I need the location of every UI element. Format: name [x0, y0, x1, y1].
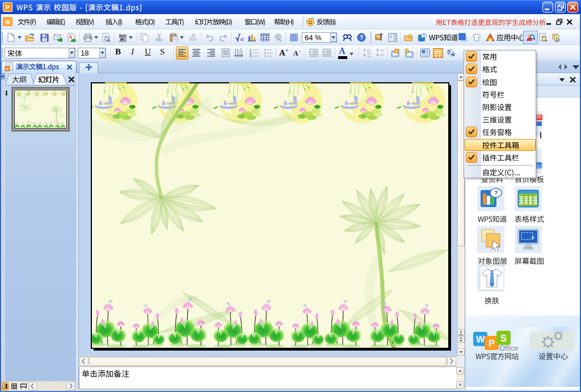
- svg-text:?: ?: [423, 34, 425, 38]
- svg-text:?: ?: [360, 35, 363, 41]
- svg-text:P: P: [6, 68, 9, 71]
- svg-text:α: α: [241, 36, 244, 42]
- svg-text:3: 3: [250, 54, 251, 57]
- svg-text:P: P: [6, 4, 10, 11]
- svg-text:P: P: [489, 339, 495, 348]
- svg-text:W: W: [5, 19, 10, 25]
- svg-text:?: ?: [494, 189, 498, 196]
- svg-text:Office: Office: [499, 344, 519, 352]
- svg-text:S: S: [500, 334, 507, 343]
- svg-text:W: W: [476, 335, 485, 344]
- svg-text:A: A: [69, 34, 73, 40]
